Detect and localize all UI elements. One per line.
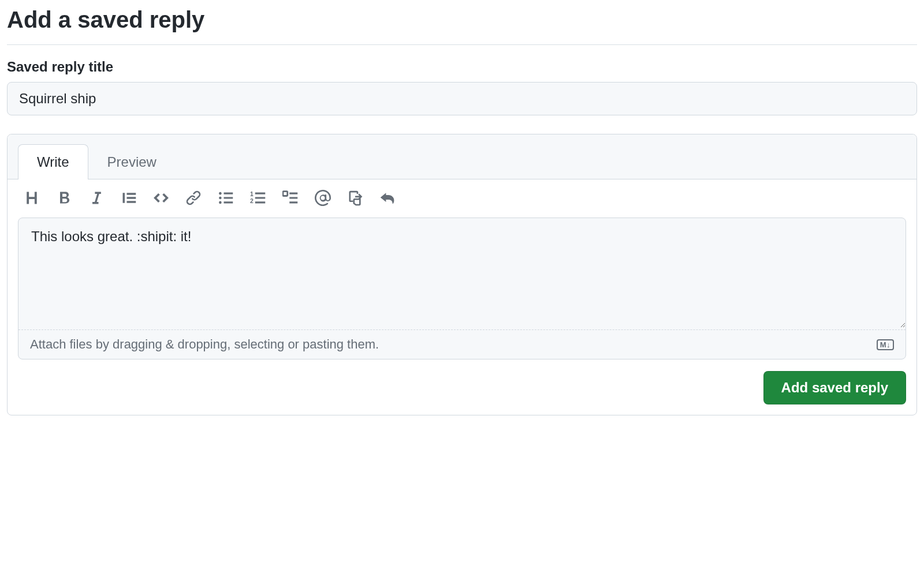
editor-tabs: Write Preview — [8, 134, 916, 179]
comment-editor: Write Preview 12 — [7, 134, 917, 415]
tab-preview[interactable]: Preview — [88, 144, 176, 179]
form-actions: Add saved reply — [8, 359, 916, 404]
reply-icon[interactable] — [379, 190, 396, 206]
svg-point-1 — [219, 197, 222, 200]
ordered-list-icon[interactable]: 12 — [250, 190, 266, 206]
attach-files-row[interactable]: Attach files by dragging & dropping, sel… — [18, 329, 906, 359]
task-list-icon[interactable] — [282, 190, 299, 206]
link-icon[interactable] — [185, 190, 202, 206]
svg-point-2 — [219, 201, 222, 204]
mention-icon[interactable] — [315, 190, 331, 206]
svg-text:2: 2 — [250, 197, 254, 204]
heading-icon[interactable] — [24, 190, 40, 206]
italic-icon[interactable] — [88, 190, 105, 206]
formatting-toolbar: 12 — [8, 179, 916, 206]
add-saved-reply-button[interactable]: Add saved reply — [763, 371, 906, 404]
quote-icon[interactable] — [121, 190, 137, 206]
cross-reference-icon[interactable] — [347, 190, 363, 206]
svg-point-0 — [219, 192, 222, 195]
saved-reply-body-textarea[interactable] — [18, 218, 906, 328]
saved-reply-title-input[interactable] — [7, 82, 917, 115]
editor-body: Attach files by dragging & dropping, sel… — [18, 218, 906, 359]
bold-icon[interactable] — [56, 190, 72, 206]
svg-text:1: 1 — [250, 190, 254, 197]
title-field-label: Saved reply title — [7, 59, 917, 75]
tab-write[interactable]: Write — [18, 144, 88, 179]
code-icon[interactable] — [153, 190, 169, 206]
unordered-list-icon[interactable] — [218, 190, 234, 206]
attach-hint-text: Attach files by dragging & dropping, sel… — [30, 337, 379, 352]
page-title: Add a saved reply — [7, 7, 917, 45]
markdown-icon[interactable]: M↓ — [877, 339, 894, 350]
svg-rect-5 — [283, 192, 288, 196]
